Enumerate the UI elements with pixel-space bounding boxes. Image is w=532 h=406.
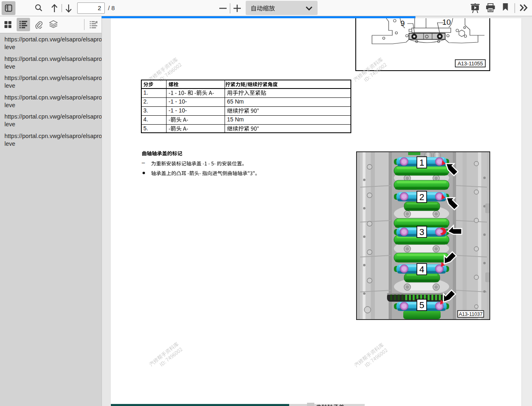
svg-text:A13-11055: A13-11055 — [458, 60, 483, 67]
svg-text:9: 9 — [400, 19, 405, 28]
svg-text:3: 3 — [419, 227, 424, 237]
svg-text:2: 2 — [419, 192, 424, 202]
svg-text:4: 4 — [419, 264, 424, 274]
svg-text:1: 1 — [419, 158, 424, 168]
svg-text:A13-11037: A13-11037 — [459, 311, 483, 317]
svg-text:5: 5 — [419, 300, 424, 310]
svg-text:10: 10 — [442, 18, 451, 26]
